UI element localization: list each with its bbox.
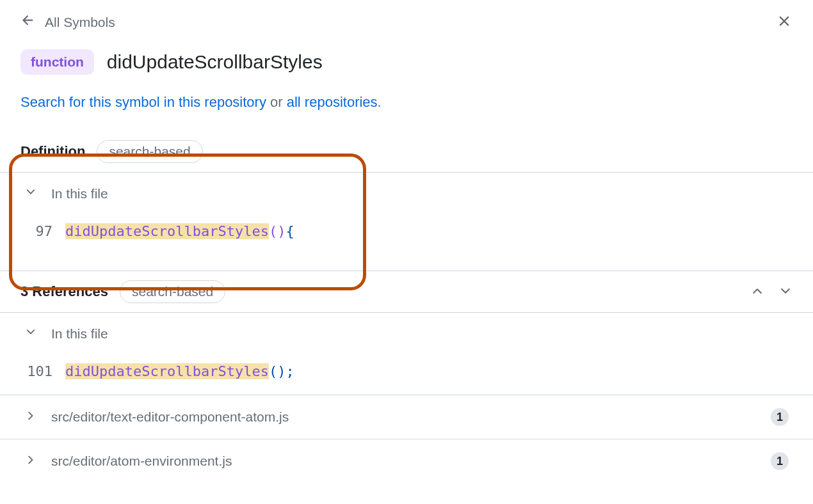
references-badge: search-based (120, 280, 225, 303)
search-all-repos-link[interactable]: all repositories (287, 94, 378, 110)
definition-section-header: Definition search-based (0, 131, 813, 173)
definition-title: Definition (20, 143, 85, 160)
references-file-label: In this file (51, 326, 108, 342)
search-period: . (378, 94, 382, 110)
chevron-down-icon (24, 185, 37, 201)
definition-file-toggle[interactable]: In this file (0, 173, 813, 214)
reference-file-collapsed[interactable]: src/editor/atom-environment.js 1 (0, 439, 813, 483)
definition-file-label: In this file (51, 186, 108, 201)
references-section-header: 3 References search-based (0, 271, 813, 313)
code-highlight: didUpdateScrollbarStyles (65, 223, 269, 239)
reference-line-number: 101 (24, 363, 52, 379)
symbol-kind-badge: function (20, 49, 94, 75)
references-prev[interactable] (750, 284, 764, 300)
definition-badge: search-based (97, 140, 202, 163)
reference-code: didUpdateScrollbarStyles(); (65, 363, 294, 379)
search-hint: Search for this symbol in this repositor… (0, 94, 813, 111)
references-file-toggle[interactable]: In this file (0, 313, 813, 354)
chevron-down-icon (24, 326, 37, 342)
search-or: or (266, 94, 287, 110)
reference-code-row[interactable]: 101 didUpdateScrollbarStyles(); (0, 354, 813, 395)
references-title: 3 References (20, 283, 108, 300)
reference-file-path: src/editor/atom-environment.js (51, 453, 232, 469)
chevron-right-icon (24, 453, 37, 469)
chevron-right-icon (24, 409, 37, 425)
code-highlight: didUpdateScrollbarStyles (65, 363, 269, 379)
back-all-symbols[interactable]: All Symbols (20, 13, 115, 31)
arrow-left-icon (20, 13, 36, 31)
definition-code: didUpdateScrollbarStyles() { (65, 223, 294, 239)
reference-count: 1 (771, 452, 789, 470)
reference-file-path: src/editor/text-editor-component-atom.js (51, 409, 289, 425)
symbol-name: didUpdateScrollbarStyles (107, 51, 323, 73)
search-this-repo-link[interactable]: Search for this symbol in this repositor… (20, 94, 266, 110)
back-label: All Symbols (45, 15, 115, 30)
close-icon (776, 13, 793, 31)
close-button[interactable] (776, 13, 793, 31)
definition-line-number: 97 (24, 223, 52, 239)
reference-file-collapsed[interactable]: src/editor/text-editor-component-atom.js… (0, 395, 813, 439)
reference-count: 1 (771, 408, 789, 426)
definition-code-row[interactable]: 97 didUpdateScrollbarStyles() { (0, 214, 813, 255)
references-next[interactable] (778, 284, 793, 300)
